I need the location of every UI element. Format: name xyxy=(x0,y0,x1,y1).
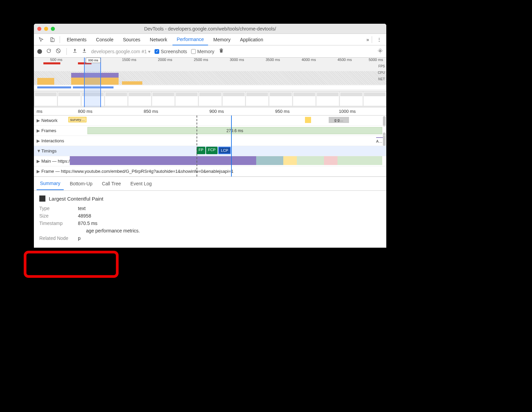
panel-tabs: Elements Console Sources Network Perform… xyxy=(34,34,386,45)
svg-rect-4 xyxy=(83,52,86,53)
interactions-track[interactable]: ▶ Interactions A… xyxy=(34,136,386,146)
collapse-icon[interactable]: ▼ xyxy=(37,148,40,153)
flame-chart: ▶ Network survey… g g… ▶ Frames 279.6 ms… xyxy=(34,116,386,177)
recording-select[interactable]: developers.google.com #1 ▾ xyxy=(91,49,150,54)
divider xyxy=(66,48,67,55)
close-window-button[interactable] xyxy=(37,27,41,31)
selection-handle[interactable]: 000 ms xyxy=(86,58,101,63)
frame-bar[interactable]: 279.6 ms xyxy=(87,127,382,134)
size-value: 48958 xyxy=(78,213,91,219)
ruler-dashed xyxy=(197,116,197,177)
interaction-chip[interactable]: A… xyxy=(376,137,383,143)
minimize-window-button[interactable] xyxy=(44,27,48,31)
overview-panel[interactable]: 500 ms 1500 ms 2000 ms 2500 ms 3000 ms 3… xyxy=(34,58,386,107)
frames-track[interactable]: ▶ Frames 279.6 ms xyxy=(34,126,386,136)
gear-icon[interactable] xyxy=(377,48,383,55)
fp-marker[interactable]: FP xyxy=(197,147,205,154)
network-request-chip[interactable] xyxy=(305,117,311,123)
window-title: DevTools - developers.google.com/web/too… xyxy=(37,26,384,32)
tab-console[interactable]: Console xyxy=(92,34,117,45)
svg-point-5 xyxy=(380,50,381,52)
memory-checkbox[interactable]: Memory xyxy=(191,49,214,54)
network-request-chip[interactable]: survey… xyxy=(68,117,86,122)
devtools-window: DevTools - developers.google.com/web/too… xyxy=(34,24,386,248)
related-node-link[interactable]: p xyxy=(78,235,81,241)
learn-more-text-partial: age performance metrics. xyxy=(86,228,140,233)
event-color-swatch xyxy=(39,195,45,202)
fcp-marker[interactable]: FCP xyxy=(206,147,218,154)
timings-track[interactable]: ▼ Timings FP FCP LCP xyxy=(34,146,386,156)
svg-rect-3 xyxy=(73,52,76,53)
expand-icon[interactable]: ▶ xyxy=(37,118,40,123)
expand-icon[interactable]: ▶ xyxy=(37,159,40,164)
network-request-chip[interactable]: g g… xyxy=(329,117,349,123)
tab-elements[interactable]: Elements xyxy=(63,34,90,45)
main-thread-activity[interactable] xyxy=(70,156,382,165)
more-tabs-icon[interactable]: » xyxy=(366,37,369,42)
dtab-bottom-up[interactable]: Bottom-Up xyxy=(66,178,96,190)
svg-rect-1 xyxy=(52,38,54,41)
main-thread-track[interactable]: ▶ Main — https://developers.google.com/w… xyxy=(34,156,386,166)
clear-icon[interactable] xyxy=(56,48,61,55)
frame-thread-track[interactable]: ▶ Frame — https://www.youtube.com/embed/… xyxy=(34,166,386,177)
tab-application[interactable]: Application xyxy=(236,34,267,45)
upload-icon[interactable] xyxy=(72,48,78,55)
annotation-highlight-box xyxy=(24,251,119,278)
screenshots-checkbox[interactable]: ✓Screenshots xyxy=(155,49,187,54)
timestamp-value: 870.5 ms xyxy=(78,221,98,226)
overview-lane-labels: FPS CPU NET xyxy=(378,64,386,81)
network-track[interactable]: ▶ Network survey… g g… xyxy=(34,116,386,126)
expand-icon[interactable]: ▶ xyxy=(37,128,40,133)
overview-selection[interactable]: 000 ms xyxy=(84,58,101,107)
summary-panel: Largest Contentful Paint Typetext Size48… xyxy=(34,191,386,248)
lcp-marker[interactable]: LCP xyxy=(218,147,231,154)
record-button[interactable] xyxy=(37,49,42,54)
title-bar: DevTools - developers.google.com/web/too… xyxy=(34,24,386,34)
inspect-icon[interactable] xyxy=(37,35,46,44)
tab-network[interactable]: Network xyxy=(146,34,171,45)
tab-memory[interactable]: Memory xyxy=(209,34,235,45)
maximize-window-button[interactable] xyxy=(51,27,55,31)
perf-toolbar: developers.google.com #1 ▾ ✓Screenshots … xyxy=(34,45,386,58)
expand-icon[interactable]: ▶ xyxy=(37,138,40,143)
kebab-menu-icon[interactable]: ⋮ xyxy=(375,35,384,44)
type-value: text xyxy=(78,206,86,211)
tab-performance[interactable]: Performance xyxy=(172,34,208,45)
device-toggle-icon[interactable] xyxy=(47,35,57,44)
detail-tabs: Summary Bottom-Up Call Tree Event Log xyxy=(34,177,386,191)
reload-icon[interactable] xyxy=(46,48,52,55)
trash-icon[interactable] xyxy=(219,48,224,55)
timing-markers: FP FCP LCP xyxy=(197,147,231,154)
event-title: Largest Contentful Paint xyxy=(49,196,103,202)
divider xyxy=(372,36,372,43)
expand-icon[interactable]: ▶ xyxy=(37,169,40,174)
divider xyxy=(60,36,60,43)
dtab-summary[interactable]: Summary xyxy=(37,177,64,190)
dtab-call-tree[interactable]: Call Tree xyxy=(99,178,124,190)
dtab-event-log[interactable]: Event Log xyxy=(127,178,155,190)
flame-ruler: ms 800 ms 850 ms 900 ms 950 ms 1000 ms xyxy=(34,107,386,116)
ruler-current[interactable] xyxy=(231,116,232,177)
tab-sources[interactable]: Sources xyxy=(119,34,144,45)
traffic-lights xyxy=(37,27,55,31)
download-icon[interactable] xyxy=(82,48,87,55)
